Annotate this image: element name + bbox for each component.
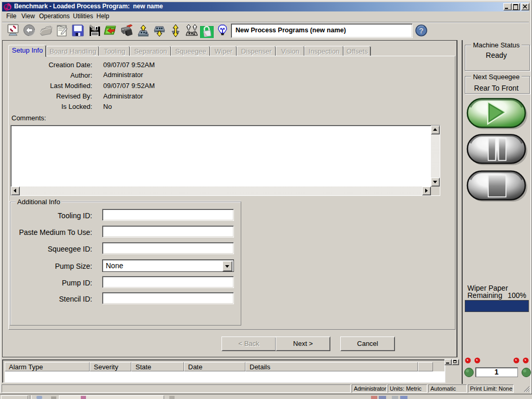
svg-text:?: ? — [419, 26, 424, 35]
